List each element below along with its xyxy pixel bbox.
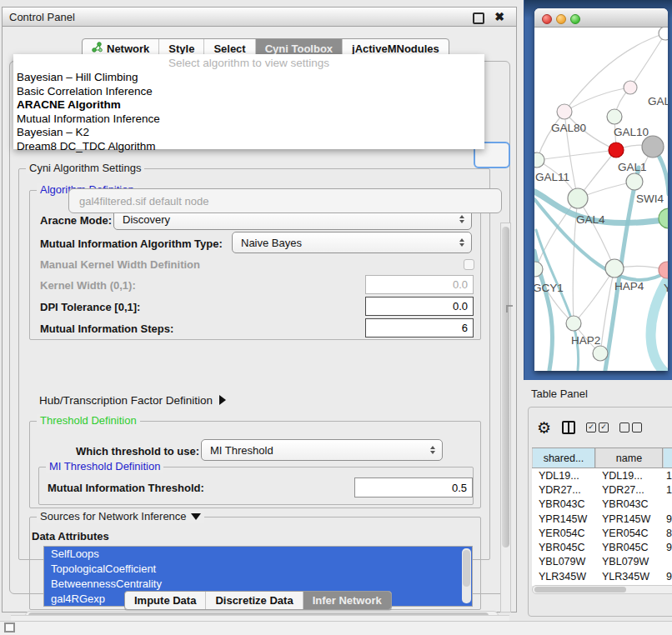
unchecked-pair-icon[interactable] [619, 422, 642, 432]
scrollbar-thumb[interactable] [502, 227, 509, 548]
algorithm-option-bayesian-hill-climbing[interactable]: Bayesian – Hill Climbing [13, 71, 484, 85]
spinner-arrows-icon [459, 215, 464, 223]
tab-label: Discretize Data [215, 594, 293, 607]
algorithm-option-bayesian-k2[interactable]: Bayesian – K2 [13, 126, 484, 140]
table-cell: YBR045C [532, 542, 595, 553]
network-node[interactable] [642, 136, 664, 158]
splitter-handle[interactable] [506, 305, 513, 312]
network-node-hap4[interactable] [605, 259, 624, 278]
network-edge [537, 112, 564, 160]
tab-label: Style [168, 42, 194, 55]
table-row[interactable]: YER054CYER054C8. [532, 526, 672, 540]
mi-algorithm-type-label: Mutual Information Algorithm Type: [40, 238, 223, 250]
algorithm-option-aracne-algorithm[interactable]: ARACNE Algorithm [13, 98, 484, 112]
network-node-gal1[interactable] [609, 142, 624, 158]
scrollbar-thumb[interactable] [534, 587, 626, 592]
spinner-arrows-icon [459, 238, 464, 247]
table-cell: YBR043C [532, 498, 595, 510]
close-button[interactable] [542, 14, 552, 24]
node-label-gcy1: GCY1 [534, 282, 564, 294]
mi-algorithm-type-combobox[interactable]: Naive Bayes [232, 232, 472, 253]
network-node-gal[interactable] [624, 81, 637, 94]
table-cell: 9. [663, 513, 672, 525]
table-row[interactable]: YBR043CYBR043C [532, 498, 672, 512]
mi-threshold-title: MI Threshold Definition [46, 460, 163, 472]
table-cell: 12 [663, 484, 672, 496]
which-threshold-label: Which threshold to use: [76, 445, 199, 458]
network-node-gal80[interactable] [557, 104, 572, 119]
network-node[interactable] [659, 28, 668, 40]
table-cell: YER054C [595, 528, 663, 539]
dpi-tolerance-input[interactable]: 0.0 [365, 297, 474, 316]
hub-definition-expander[interactable]: Hub/Transcription Factor Definition [39, 394, 226, 407]
table-row[interactable]: YBR045CYBR045C9. [532, 540, 672, 554]
which-threshold-value: MI Threshold [210, 444, 273, 457]
mi-steps-input[interactable]: 6 [365, 318, 474, 338]
algorithm-option-dream8-dc-tdc-algorithm[interactable]: Dream8 DC_TDC Algorithm [13, 140, 484, 154]
which-threshold-combobox[interactable]: MI Threshold [201, 439, 443, 461]
data-attributes-label: Data Attributes [32, 530, 109, 542]
table-cell: 8. [663, 528, 672, 539]
table-cell: YDR27... [595, 484, 663, 496]
threshold-definition-group: Threshold Definition Which threshold to … [29, 421, 481, 508]
collapsed-panel-icon[interactable] [4, 622, 15, 632]
network-node-gal10[interactable] [607, 109, 622, 124]
mi-steps-label: Mutual Information Steps: [40, 322, 173, 335]
table-cell: YDL19... [595, 470, 663, 482]
network-node-hap2[interactable] [566, 316, 581, 331]
close-icon[interactable]: ✖ [494, 10, 504, 23]
network-node[interactable] [659, 208, 668, 228]
table-row[interactable]: YPR145WYPR145W9. [532, 512, 672, 526]
table-row[interactable]: YBL079WYBL079W [532, 555, 672, 569]
table-source-combobox[interactable]: gal4filtered.sif default node [68, 188, 502, 213]
network-node[interactable] [593, 346, 608, 361]
column-header-shared[interactable]: shared... [532, 448, 595, 468]
table-horizontal-scrollbar[interactable] [532, 585, 672, 594]
collapse-arrow-icon [191, 513, 201, 520]
settings-vertical-scrollbar[interactable] [500, 222, 511, 612]
column-header-name[interactable]: name [595, 448, 663, 468]
checked-pair-icon[interactable]: ✓✓ [586, 422, 609, 432]
table-row[interactable]: YLR345WYLR345W9. [532, 569, 672, 583]
columns-icon[interactable] [562, 421, 575, 434]
table-cell: YBL079W [595, 556, 663, 568]
gear-icon[interactable]: ⚙ [537, 420, 551, 436]
network-canvas[interactable]: GALGAL80GAL10GAL1GAL11SWI4GAL4GCY1HAP4YH… [534, 28, 668, 371]
attribute-item-betweennesscentrality[interactable]: BetweennessCentrality [44, 577, 472, 592]
zoom-button[interactable] [570, 14, 580, 24]
attribute-list-scrollbar[interactable] [462, 548, 471, 603]
dpi-tolerance-value: 0.0 [453, 300, 468, 312]
mi-threshold-label: Mutual Information Threshold: [48, 482, 204, 494]
network-edge [537, 150, 616, 160]
network-node-swi4[interactable] [626, 173, 643, 190]
tab-label: Impute Data [134, 594, 196, 607]
node-label-gal1: GAL1 [618, 161, 647, 173]
network-view-window: GALGAL80GAL10GAL1GAL11SWI4GAL4GCY1HAP4YH… [534, 8, 668, 371]
tab-label: Select [213, 42, 245, 55]
table-row[interactable]: YDR27...YDR27...12 [532, 482, 672, 497]
tab-discretize-data[interactable]: Discretize Data [206, 592, 303, 609]
float-window-icon[interactable] [473, 12, 484, 24]
minimize-button[interactable] [556, 14, 566, 24]
tab-label: Network [107, 42, 149, 55]
control-panel-title: Control Panel [9, 11, 75, 23]
tab-infer-network[interactable]: Infer Network [303, 592, 391, 609]
node-label-swi4: SWI4 [636, 192, 664, 205]
node-label-gal80: GAL80 [551, 122, 586, 134]
column-header-a[interactable]: A [663, 448, 672, 468]
network-node-gal4[interactable] [568, 188, 588, 208]
scrollbar-thumb[interactable] [463, 550, 470, 587]
table-row[interactable]: YDL19...YDL19...13 [532, 468, 672, 482]
mi-threshold-input[interactable]: 0.5 [354, 478, 473, 498]
table-cell: 9. [663, 542, 672, 553]
tab-impute-data[interactable]: Impute Data [125, 592, 206, 609]
table-cell: YER054C [532, 528, 595, 539]
attribute-item-selfloops[interactable]: SelfLoops [44, 547, 472, 562]
manual-kernel-width-checkbox [464, 259, 474, 270]
network-node-gal11[interactable] [534, 152, 544, 168]
algorithm-option-basic-correlation-inference[interactable]: Basic Correlation Inference [13, 85, 484, 99]
algorithm-option-mutual-information-inference[interactable]: Mutual Information Inference [13, 112, 484, 127]
algorithm-dropdown-items: Bayesian – Hill ClimbingBasic Correlatio… [13, 71, 484, 154]
attribute-item-topologicalcoefficient[interactable]: TopologicalCoefficient [44, 562, 472, 577]
sources-title-row[interactable]: Sources for Network Inference [37, 510, 204, 522]
